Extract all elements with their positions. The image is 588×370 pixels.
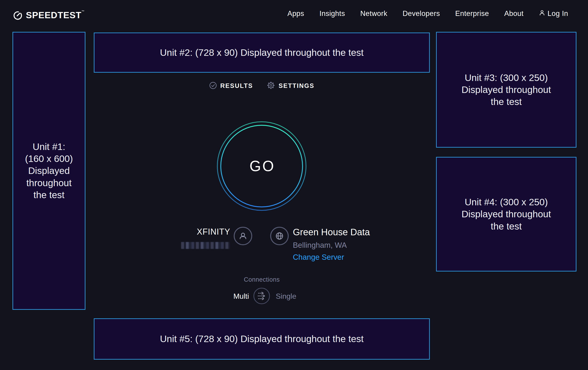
ad-unit-2-leaderboard[interactable]: Unit #2: (728 x 90) Displayed throughout… bbox=[94, 32, 430, 73]
go-button-label: GO bbox=[216, 121, 307, 211]
trademark-mark: ™ bbox=[82, 10, 85, 13]
login-button[interactable]: Log In bbox=[539, 10, 568, 18]
server-name: Green House Data bbox=[293, 227, 370, 237]
tabs-row: RESULTS bbox=[94, 81, 430, 90]
speedtest-logo[interactable]: SPEEDTEST™ bbox=[13, 10, 85, 20]
brand-name: SPEEDTEST™ bbox=[26, 10, 85, 20]
speedtest-page: SPEEDTEST™ Apps Insights Network Develop… bbox=[0, 0, 588, 370]
go-button[interactable]: GO bbox=[216, 121, 307, 211]
ad-unit-3-text: Unit #3: (300 x 250) Displayed throughou… bbox=[462, 72, 551, 108]
tab-results-label: RESULTS bbox=[220, 82, 253, 90]
login-label: Log In bbox=[547, 10, 568, 18]
ad-unit-3-rectangle[interactable]: Unit #3: (300 x 250) Displayed throughou… bbox=[436, 32, 577, 148]
globe-icon bbox=[270, 227, 289, 245]
check-circle-icon bbox=[209, 82, 217, 90]
connections-label: Connections bbox=[94, 276, 430, 283]
isp-name: XFINITY bbox=[148, 227, 230, 237]
connections-multi-option[interactable]: Multi bbox=[203, 292, 249, 300]
isp-detail-redacted bbox=[181, 242, 230, 249]
tab-results[interactable]: RESULTS bbox=[209, 81, 253, 90]
change-server-link[interactable]: Change Server bbox=[293, 253, 344, 261]
ad-unit-5-leaderboard[interactable]: Unit #5: (728 x 90) Displayed throughout… bbox=[94, 318, 430, 360]
top-nav-bar: SPEEDTEST™ Apps Insights Network Develop… bbox=[0, 0, 588, 27]
main-nav: Apps Insights Network Developers Enterpr… bbox=[287, 0, 568, 27]
ad-unit-1-skyscraper[interactable]: Unit #1: (160 x 600) Displayed throughou… bbox=[12, 32, 85, 310]
connections-toggle-icon[interactable] bbox=[253, 287, 270, 304]
nav-item-developers[interactable]: Developers bbox=[403, 10, 440, 18]
ad-unit-4-rectangle[interactable]: Unit #4: (300 x 250) Displayed throughou… bbox=[436, 157, 577, 271]
nav-item-apps[interactable]: Apps bbox=[287, 10, 304, 18]
tab-settings[interactable]: SETTINGS bbox=[267, 81, 314, 90]
nav-item-insights[interactable]: Insights bbox=[319, 10, 345, 18]
nav-item-network[interactable]: Network bbox=[360, 10, 387, 18]
ad-unit-2-text: Unit #2: (728 x 90) Displayed throughout… bbox=[160, 47, 364, 59]
server-location: Bellingham, WA bbox=[293, 241, 347, 250]
nav-item-enterprise[interactable]: Enterprise bbox=[455, 10, 489, 18]
ad-unit-5-text: Unit #5: (728 x 90) Displayed throughout… bbox=[160, 333, 364, 345]
ad-unit-4-text: Unit #4: (300 x 250) Displayed throughou… bbox=[462, 196, 551, 232]
connections-single-option[interactable]: Single bbox=[276, 292, 322, 300]
tab-settings-label: SETTINGS bbox=[279, 82, 314, 90]
speedometer-icon bbox=[13, 10, 23, 20]
person-icon bbox=[539, 10, 545, 18]
nav-item-about[interactable]: About bbox=[504, 10, 524, 18]
gear-icon bbox=[267, 81, 275, 90]
ad-unit-1-text: Unit #1: (160 x 600) Displayed throughou… bbox=[25, 141, 73, 201]
isp-person-icon bbox=[234, 227, 252, 245]
